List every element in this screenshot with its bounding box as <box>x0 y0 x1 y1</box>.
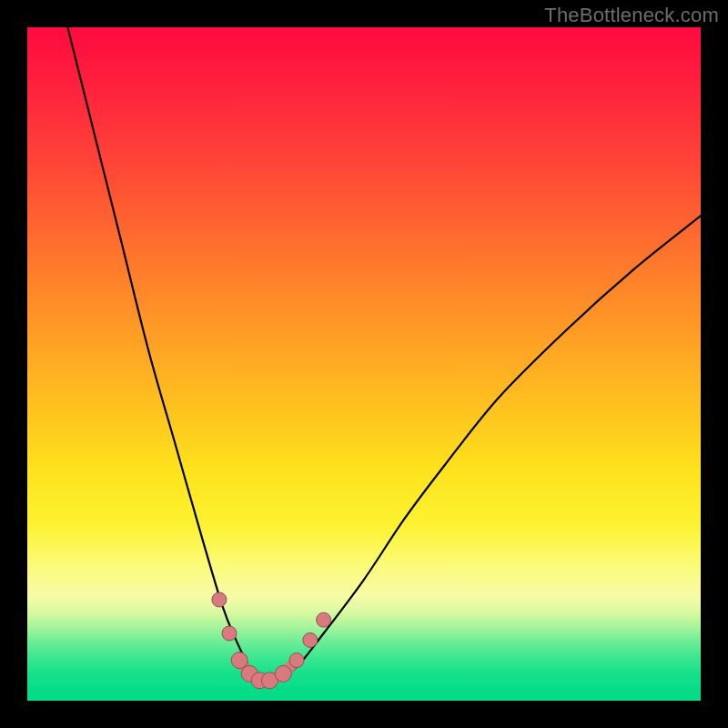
marker-group <box>212 592 331 689</box>
curve-marker <box>275 665 291 682</box>
chart-stage: TheBottleneck.com <box>0 0 728 728</box>
plot-area <box>27 27 701 701</box>
watermark-text: TheBottleneck.com <box>544 4 719 27</box>
curve-marker <box>231 652 248 669</box>
chart-overlay <box>27 27 701 701</box>
curve-marker <box>289 653 304 668</box>
curve-marker <box>222 626 237 641</box>
curve-marker <box>212 592 227 607</box>
curve-marker <box>303 632 318 647</box>
bottleneck-curve <box>67 27 701 682</box>
curve-marker <box>317 612 331 627</box>
